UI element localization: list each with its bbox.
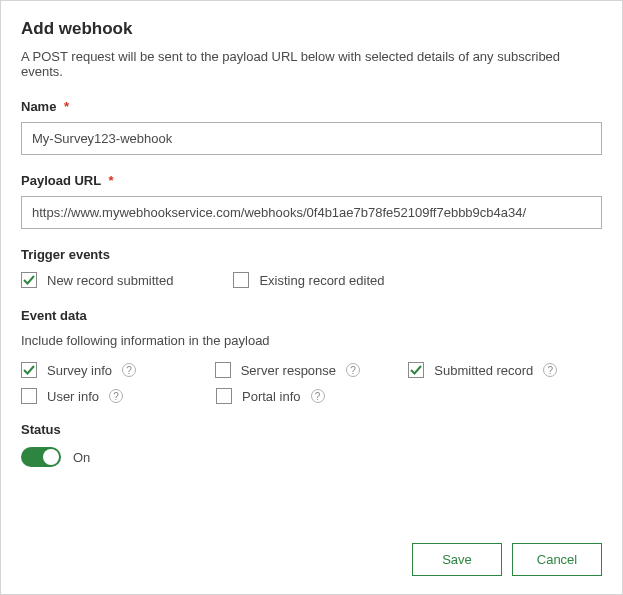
- existing-record-option: Existing record edited: [233, 272, 384, 288]
- event-data-header: Event data: [21, 308, 602, 323]
- server-response-option: Server response ?: [215, 362, 409, 378]
- user-info-checkbox[interactable]: [21, 388, 37, 404]
- cancel-button[interactable]: Cancel: [512, 543, 602, 576]
- checkmark-icon: [23, 364, 35, 376]
- server-response-label: Server response: [241, 363, 336, 378]
- status-label: On: [73, 450, 90, 465]
- user-info-label: User info: [47, 389, 99, 404]
- existing-record-checkbox[interactable]: [233, 272, 249, 288]
- payload-url-label: Payload URL *: [21, 173, 602, 188]
- add-webhook-dialog: Add webhook A POST request will be sent …: [0, 0, 623, 595]
- event-data-section: Event data Include following information…: [21, 308, 602, 404]
- new-record-label: New record submitted: [47, 273, 173, 288]
- survey-info-label: Survey info: [47, 363, 112, 378]
- name-label: Name *: [21, 99, 602, 114]
- trigger-events-section: Trigger events New record submitted Exis…: [21, 247, 602, 288]
- portal-info-option: Portal info ?: [216, 388, 411, 404]
- help-icon[interactable]: ?: [543, 363, 557, 377]
- help-icon[interactable]: ?: [122, 363, 136, 377]
- save-button[interactable]: Save: [412, 543, 502, 576]
- new-record-option: New record submitted: [21, 272, 173, 288]
- user-info-option: User info ?: [21, 388, 216, 404]
- help-icon[interactable]: ?: [346, 363, 360, 377]
- portal-info-label: Portal info: [242, 389, 301, 404]
- event-data-row-1: Survey info ? Server response ? Submitte…: [21, 362, 602, 378]
- dialog-description: A POST request will be sent to the paylo…: [21, 49, 602, 79]
- required-marker: *: [109, 173, 114, 188]
- toggle-knob: [43, 449, 59, 465]
- payload-url-input[interactable]: [21, 196, 602, 229]
- payload-url-field-group: Payload URL *: [21, 173, 602, 229]
- server-response-checkbox[interactable]: [215, 362, 231, 378]
- name-label-text: Name: [21, 99, 56, 114]
- dialog-buttons: Save Cancel: [412, 543, 602, 576]
- submitted-record-option: Submitted record ?: [408, 362, 602, 378]
- status-toggle-row: On: [21, 447, 602, 467]
- status-toggle[interactable]: [21, 447, 61, 467]
- new-record-checkbox[interactable]: [21, 272, 37, 288]
- checkmark-icon: [410, 364, 422, 376]
- name-field-group: Name *: [21, 99, 602, 155]
- name-input[interactable]: [21, 122, 602, 155]
- submitted-record-label: Submitted record: [434, 363, 533, 378]
- payload-url-label-text: Payload URL: [21, 173, 101, 188]
- event-data-row-2: User info ? Portal info ?: [21, 388, 602, 404]
- dialog-title: Add webhook: [21, 19, 602, 39]
- checkmark-icon: [23, 274, 35, 286]
- trigger-events-row: New record submitted Existing record edi…: [21, 272, 602, 288]
- submitted-record-checkbox[interactable]: [408, 362, 424, 378]
- help-icon[interactable]: ?: [311, 389, 325, 403]
- survey-info-checkbox[interactable]: [21, 362, 37, 378]
- status-header: Status: [21, 422, 602, 437]
- required-marker: *: [64, 99, 69, 114]
- existing-record-label: Existing record edited: [259, 273, 384, 288]
- help-icon[interactable]: ?: [109, 389, 123, 403]
- status-section: Status On: [21, 422, 602, 467]
- survey-info-option: Survey info ?: [21, 362, 215, 378]
- event-data-subtext: Include following information in the pay…: [21, 333, 602, 348]
- trigger-events-header: Trigger events: [21, 247, 602, 262]
- portal-info-checkbox[interactable]: [216, 388, 232, 404]
